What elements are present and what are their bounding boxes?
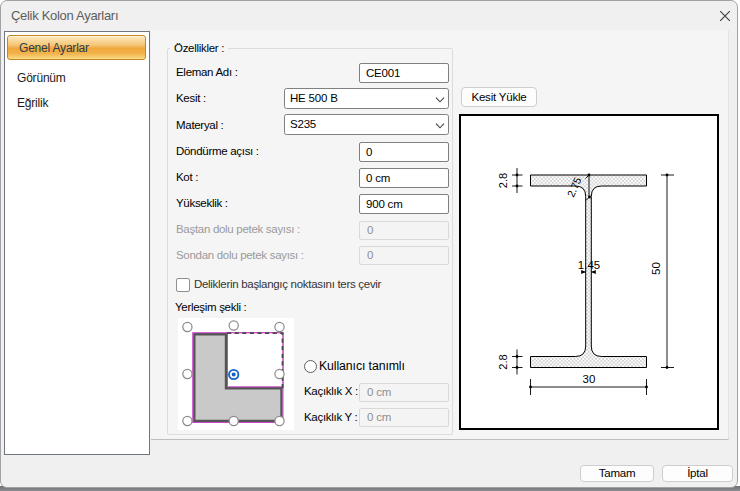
svg-text:2.8: 2.8 [497,173,509,188]
svg-text:1.45: 1.45 [578,259,600,271]
svg-text:50: 50 [650,262,662,275]
svg-text:2.8: 2.8 [497,354,509,369]
svg-text:30: 30 [583,373,596,385]
